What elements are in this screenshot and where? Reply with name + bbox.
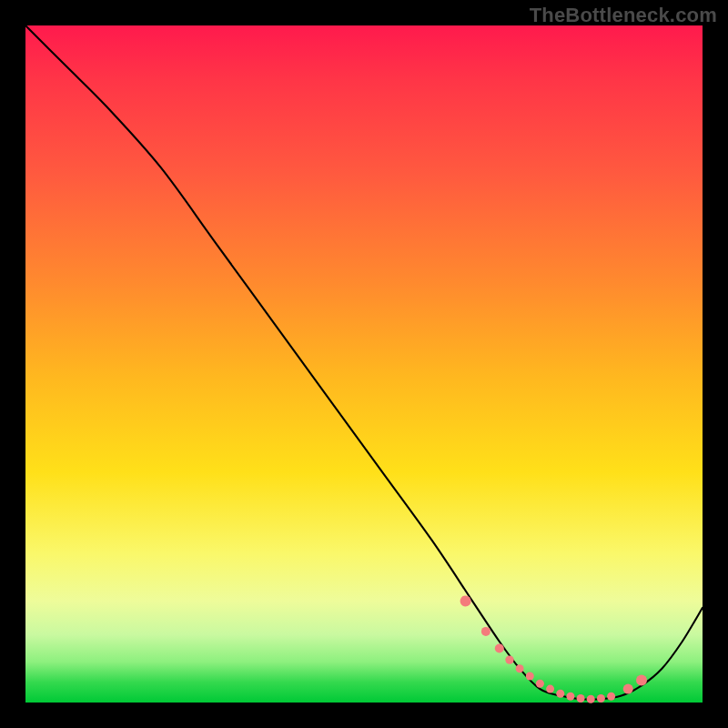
highlight-dot	[636, 674, 647, 685]
curve-svg	[25, 25, 703, 703]
plot-area	[25, 25, 703, 703]
highlight-dot	[607, 693, 615, 701]
highlight-dot	[587, 695, 595, 703]
chart-frame: TheBottleneck.com	[0, 0, 728, 728]
highlight-dot	[623, 684, 633, 694]
highlight-dot	[546, 685, 554, 693]
highlight-dot	[556, 690, 564, 698]
highlight-dot	[526, 672, 534, 681]
highlight-dot	[597, 694, 605, 703]
highlight-dot	[505, 655, 513, 663]
highlight-dot	[566, 693, 574, 701]
highlight-dot	[577, 694, 585, 703]
highlight-dots	[460, 595, 647, 703]
highlight-dot	[481, 627, 490, 636]
watermark-text: TheBottleneck.com	[530, 4, 717, 27]
highlight-dot	[516, 664, 524, 672]
highlight-dot	[460, 595, 471, 606]
bottleneck-curve	[25, 25, 703, 700]
highlight-dot	[536, 680, 544, 688]
highlight-dot	[495, 644, 504, 653]
